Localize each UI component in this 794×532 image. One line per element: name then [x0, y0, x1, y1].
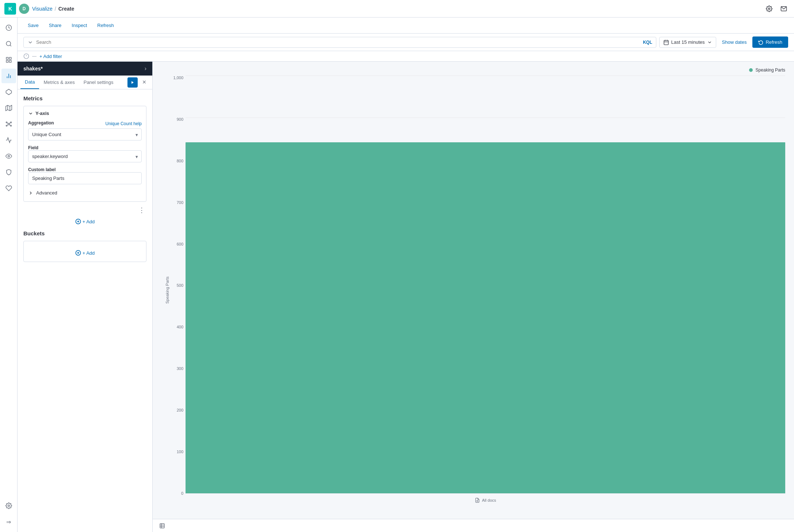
- svg-rect-7: [6, 61, 8, 62]
- svg-point-0: [768, 8, 770, 9]
- time-picker[interactable]: Last 15 minutes: [659, 37, 716, 48]
- add-filter-button[interactable]: + Add filter: [39, 54, 62, 59]
- advanced-row[interactable]: Advanced: [28, 189, 142, 197]
- grid-line-10: [186, 117, 785, 118]
- sidebar-icon-dashboard[interactable]: [1, 53, 16, 67]
- svg-line-21: [7, 123, 8, 123]
- share-button[interactable]: Share: [45, 20, 66, 30]
- y-axis-chevron-icon: [28, 111, 33, 116]
- refresh-button[interactable]: Refresh: [752, 36, 788, 48]
- sidebar-icon-siem[interactable]: [1, 165, 16, 180]
- field-select[interactable]: speaker.keyword: [28, 150, 142, 162]
- svg-line-23: [7, 125, 8, 126]
- mail-icon-btn[interactable]: [778, 3, 790, 15]
- add-metrics-button[interactable]: + Add: [75, 219, 95, 224]
- settings-icon-btn[interactable]: [763, 3, 775, 15]
- y-axis-label-600: 600: [168, 242, 183, 246]
- y-axis-label-300: 300: [168, 366, 183, 371]
- chart-table-toggle-button[interactable]: [157, 521, 167, 531]
- sidebar-icon-discover[interactable]: [1, 36, 16, 51]
- y-axis-title: Speaking Parts: [164, 276, 170, 304]
- top-nav: K D Visualize / Create: [0, 0, 794, 18]
- aggregation-select[interactable]: Unique Count: [28, 128, 142, 140]
- panel-tabs: Data Metrics & axes Panel settings ×: [18, 76, 152, 89]
- sidebar-icon-apm[interactable]: [1, 133, 16, 147]
- y-axis-header[interactable]: Y-axis: [28, 111, 142, 116]
- breadcrumb-current: Create: [58, 6, 75, 12]
- show-dates-button[interactable]: Show dates: [719, 37, 750, 47]
- refresh-action-button[interactable]: Refresh: [93, 20, 118, 30]
- kql-badge[interactable]: KQL: [643, 40, 652, 45]
- grid-line-100: [186, 493, 785, 494]
- dots-menu-container: ⋮: [23, 205, 146, 216]
- y-axis-label-100: 100: [168, 450, 183, 454]
- gear-icon: [766, 5, 772, 12]
- y-axis-label-700: 700: [168, 200, 183, 205]
- breadcrumb-separator: /: [55, 6, 56, 12]
- sidebar: ⇒: [0, 18, 18, 532]
- y-axis-label: Y-axis: [35, 111, 49, 116]
- grid-line-0: [186, 76, 785, 76]
- save-button[interactable]: Save: [23, 20, 43, 30]
- left-panel: shakes* › Data Metrics & axes Panel sett…: [18, 62, 153, 532]
- breadcrumb-parent[interactable]: Visualize: [32, 6, 53, 12]
- tab-metrics-axes[interactable]: Metrics & axes: [39, 76, 79, 89]
- sidebar-icon-uptime[interactable]: [1, 149, 16, 163]
- panel-tab-actions: ×: [127, 77, 149, 88]
- chart-legend: Speaking Parts: [171, 68, 785, 73]
- x-axis: All docs: [186, 495, 785, 503]
- dots-menu-button[interactable]: ⋮: [137, 205, 146, 216]
- search-expand-icon[interactable]: [27, 39, 33, 45]
- time-range-label: Last 15 minutes: [671, 39, 705, 45]
- aggregation-label-row: Aggregation Unique Count help: [28, 120, 142, 127]
- search-bar: KQL Last 15 minutes Show dates Refresh: [18, 34, 794, 51]
- refresh-button-label: Refresh: [766, 39, 782, 45]
- tab-data[interactable]: Data: [20, 76, 39, 89]
- search-input[interactable]: [36, 39, 640, 45]
- tab-panel-settings[interactable]: Panel settings: [79, 76, 118, 89]
- sidebar-icon-ml[interactable]: [1, 117, 16, 131]
- buckets-section-title: Buckets: [23, 230, 146, 236]
- y-axis-label-800: 800: [168, 159, 183, 163]
- sidebar-icon-maps[interactable]: [1, 101, 16, 115]
- svg-point-3: [6, 41, 11, 46]
- y-axis-label-1000: 1,000: [168, 76, 183, 80]
- time-picker-chevron-icon: [707, 40, 712, 45]
- sidebar-icon-canvas[interactable]: [1, 85, 16, 99]
- unique-count-help-link[interactable]: Unique Count help: [106, 121, 142, 126]
- svg-rect-43: [160, 524, 164, 528]
- breadcrumb: Visualize / Create: [32, 6, 74, 12]
- kibana-logo: K: [4, 3, 16, 15]
- sidebar-icon-settings[interactable]: [1, 498, 16, 513]
- buckets-subsection: + Add: [23, 241, 146, 262]
- field-select-wrap: speaker.keyword ▾: [28, 150, 142, 162]
- legend-label: Speaking Parts: [756, 68, 785, 73]
- svg-marker-34: [131, 81, 134, 84]
- svg-rect-6: [9, 57, 11, 59]
- svg-point-25: [8, 155, 9, 157]
- all-docs-icon: [475, 498, 480, 503]
- panel-collapse-button[interactable]: ›: [145, 65, 146, 72]
- svg-rect-5: [6, 57, 8, 59]
- metrics-subsection: Y-axis Aggregation Unique Count help Uni…: [23, 106, 146, 202]
- sidebar-icon-expand[interactable]: ⇒: [1, 514, 16, 529]
- field-label: Field: [28, 145, 38, 150]
- table-icon: [159, 523, 165, 529]
- svg-point-17: [6, 122, 7, 123]
- inspect-button[interactable]: Inspect: [67, 20, 91, 30]
- custom-label-input[interactable]: [28, 172, 142, 184]
- svg-marker-13: [5, 105, 12, 111]
- sidebar-icon-time[interactable]: [1, 20, 16, 35]
- svg-rect-8: [9, 61, 11, 62]
- svg-line-22: [9, 123, 10, 123]
- add-buckets-button[interactable]: + Add: [75, 250, 95, 256]
- panel-close-button[interactable]: ×: [139, 77, 149, 88]
- sidebar-icon-infra[interactable]: [1, 181, 16, 196]
- x-axis-label: All docs: [482, 498, 496, 502]
- sidebar-icon-visualize[interactable]: [1, 69, 16, 83]
- custom-label-label: Custom label: [28, 167, 56, 172]
- y-axis-label-900: 900: [168, 117, 183, 122]
- run-button[interactable]: [127, 77, 138, 88]
- mail-icon: [780, 5, 787, 12]
- chart-container: Speaking Parts 1,000 900 800 700 600 500…: [153, 62, 794, 519]
